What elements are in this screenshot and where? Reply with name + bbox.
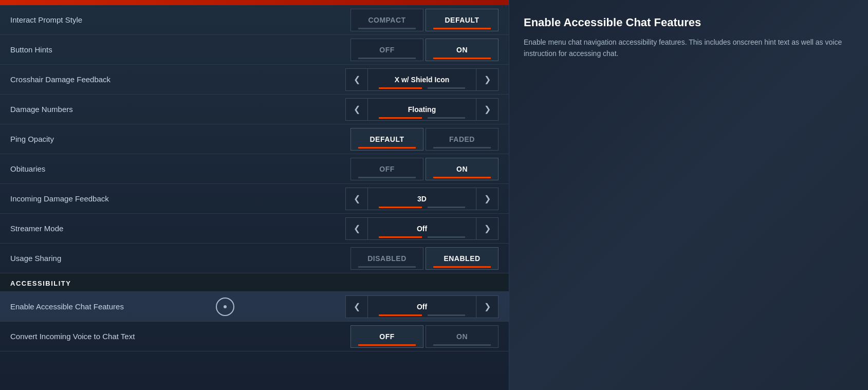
settings-row-crosshair-damage-feedback[interactable]: Crosshair Damage Feedback❮X w/ Shield Ic…: [0, 65, 509, 95]
settings-panel: Interact Prompt StyleCompactDefaultButto…: [0, 0, 509, 390]
settings-row-obituaries[interactable]: ObituariesOffOn: [0, 154, 509, 184]
settings-row-voice-to-chat[interactable]: Convert Incoming Voice to Chat TextOffOn: [0, 322, 509, 351]
arrow-left-crosshair-damage-feedback[interactable]: ❮: [345, 68, 368, 91]
row-label-incoming-damage-feedback: Incoming Damage Feedback: [10, 194, 339, 203]
arrow-value-streamer-mode: Off: [368, 217, 476, 240]
toggle-btn-ping-opacity-0[interactable]: Default: [350, 128, 423, 151]
toggle-group-interact-prompt-style: CompactDefault: [350, 9, 498, 31]
toggle-group-usage-sharing: DisabledEnabled: [350, 247, 498, 270]
info-description: Enable menu chat navigation accessibilit…: [524, 36, 854, 60]
toggle-btn-interact-prompt-style-1[interactable]: Default: [426, 9, 498, 31]
arrow-control-accessible-chat: ❮Off❯: [345, 295, 498, 318]
section-label: ACCESSIBILITY: [10, 280, 71, 287]
row-label-streamer-mode: Streamer Mode: [10, 224, 339, 233]
arrow-value-damage-numbers: Floating: [368, 98, 476, 121]
arrow-control-crosshair-damage-feedback: ❮X w/ Shield Icon❯: [345, 68, 498, 91]
arrow-value-crosshair-damage-feedback: X w/ Shield Icon: [368, 68, 476, 91]
accessibility-section-header: ACCESSIBILITY: [0, 273, 509, 292]
arrow-left-accessible-chat[interactable]: ❮: [345, 295, 368, 318]
arrow-right-streamer-mode[interactable]: ❯: [476, 217, 498, 240]
arrow-right-incoming-damage-feedback[interactable]: ❯: [476, 188, 498, 210]
toggle-btn-usage-sharing-1[interactable]: Enabled: [426, 247, 498, 270]
toggle-group-ping-opacity: DefaultFaded: [350, 128, 498, 151]
arrow-right-accessible-chat[interactable]: ❯: [476, 295, 498, 318]
settings-row-button-hints[interactable]: Button HintsOffOn: [0, 35, 509, 65]
toggle-btn-obituaries-1[interactable]: On: [426, 158, 498, 180]
toggle-btn-voice-to-chat-0[interactable]: Off: [350, 325, 423, 348]
toggle-btn-button-hints-0[interactable]: Off: [350, 39, 423, 61]
settings-row-accessible-chat[interactable]: Enable Accessible Chat Features❮Off❯: [0, 292, 509, 322]
settings-row-usage-sharing[interactable]: Usage SharingDisabledEnabled: [0, 244, 509, 273]
info-panel: Enable Accessible Chat Features Enable m…: [509, 0, 868, 390]
toggle-btn-ping-opacity-1[interactable]: Faded: [426, 128, 498, 151]
row-label-interact-prompt-style: Interact Prompt Style: [10, 15, 339, 24]
toggle-btn-voice-to-chat-1[interactable]: On: [426, 325, 498, 348]
toggle-group-button-hints: OffOn: [350, 39, 498, 61]
toggle-group-voice-to-chat: OffOn: [350, 325, 498, 348]
arrow-value-accessible-chat: Off: [368, 295, 476, 318]
toggle-btn-interact-prompt-style-0[interactable]: Compact: [350, 9, 423, 31]
arrow-left-streamer-mode[interactable]: ❮: [345, 217, 368, 240]
toggle-btn-button-hints-1[interactable]: On: [426, 39, 498, 61]
row-label-damage-numbers: Damage Numbers: [10, 105, 339, 114]
row-label-usage-sharing: Usage Sharing: [10, 254, 339, 263]
settings-row-streamer-mode[interactable]: Streamer Mode❮Off❯: [0, 214, 509, 244]
row-label-obituaries: Obituaries: [10, 164, 339, 173]
row-label-crosshair-damage-feedback: Crosshair Damage Feedback: [10, 75, 339, 84]
toggle-group-obituaries: OffOn: [350, 158, 498, 180]
row-label-button-hints: Button Hints: [10, 45, 339, 54]
arrow-left-damage-numbers[interactable]: ❮: [345, 98, 368, 121]
row-label-accessible-chat: Enable Accessible Chat Features: [10, 302, 339, 311]
row-label-ping-opacity: Ping Opacity: [10, 135, 339, 143]
arrow-left-incoming-damage-feedback[interactable]: ❮: [345, 188, 368, 210]
toggle-btn-usage-sharing-0[interactable]: Disabled: [350, 247, 423, 270]
arrow-right-damage-numbers[interactable]: ❯: [476, 98, 498, 121]
settings-row-incoming-damage-feedback[interactable]: Incoming Damage Feedback❮3D❯: [0, 184, 509, 214]
settings-row-damage-numbers[interactable]: Damage Numbers❮Floating❯: [0, 95, 509, 124]
toggle-btn-obituaries-0[interactable]: Off: [350, 158, 423, 180]
arrow-value-incoming-damage-feedback: 3D: [368, 188, 476, 210]
settings-row-ping-opacity[interactable]: Ping OpacityDefaultFaded: [0, 124, 509, 154]
arrow-control-streamer-mode: ❮Off❯: [345, 217, 498, 240]
arrow-right-crosshair-damage-feedback[interactable]: ❯: [476, 68, 498, 91]
top-bar: [0, 0, 509, 5]
arrow-control-incoming-damage-feedback: ❮3D❯: [345, 188, 498, 210]
arrow-control-damage-numbers: ❮Floating❯: [345, 98, 498, 121]
cursor-indicator: [216, 298, 234, 316]
row-label-voice-to-chat: Convert Incoming Voice to Chat Text: [10, 332, 339, 341]
settings-row-interact-prompt-style[interactable]: Interact Prompt StyleCompactDefault: [0, 5, 509, 35]
info-title: Enable Accessible Chat Features: [524, 15, 854, 30]
